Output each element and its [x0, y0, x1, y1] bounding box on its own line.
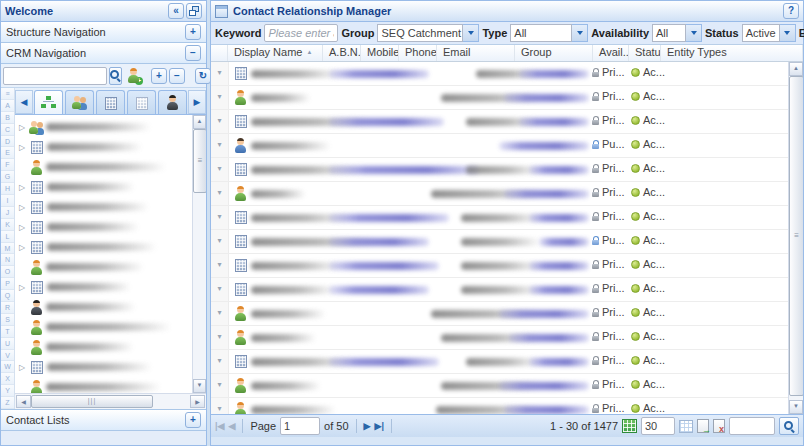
- export-table-icon[interactable]: [622, 419, 637, 433]
- row-expander-icon[interactable]: ▾: [211, 182, 229, 205]
- alphabet-letter[interactable]: T: [1, 326, 14, 338]
- tree-item[interactable]: ▷: [15, 197, 206, 217]
- page-size-input[interactable]: [641, 417, 675, 435]
- row-expander-icon[interactable]: ▾: [211, 62, 229, 85]
- column-header-group[interactable]: Group: [515, 45, 593, 61]
- tab-hierarchy[interactable]: [34, 90, 63, 114]
- contact-lists-header[interactable]: Contact Lists +: [1, 409, 206, 431]
- group-select[interactable]: SEQ Catchment: [377, 24, 479, 42]
- column-header-abn[interactable]: A.B.N.: [323, 45, 361, 61]
- tree-expander-icon[interactable]: ▷: [17, 183, 27, 192]
- restore-window-button[interactable]: [186, 3, 202, 19]
- alphabet-letter[interactable]: G: [1, 171, 14, 183]
- tree-expander-icon[interactable]: ▷: [17, 203, 27, 212]
- row-expander-icon[interactable]: ▾: [211, 134, 229, 157]
- tree-expander-icon[interactable]: ▷: [17, 223, 27, 232]
- tree-item[interactable]: ▷: [15, 117, 206, 137]
- help-button[interactable]: ?: [783, 3, 799, 19]
- collapse-crm-button[interactable]: −: [185, 45, 201, 61]
- tree-expander-icon[interactable]: ▷: [17, 143, 27, 152]
- tree-expander-icon[interactable]: ▷: [17, 363, 27, 372]
- row-expander-icon[interactable]: ▾: [211, 398, 229, 414]
- row-expander-icon[interactable]: ▾: [211, 302, 229, 325]
- scroll-left-arrow[interactable]: ◀: [16, 395, 31, 408]
- alphabet-letter[interactable]: R: [1, 302, 14, 314]
- structure-navigation-header[interactable]: Structure Navigation +: [1, 22, 206, 43]
- row-expander-icon[interactable]: ▾: [211, 350, 229, 373]
- tab-sites[interactable]: [127, 90, 156, 114]
- table-row[interactable]: ▾Pu...Ac...: [211, 230, 789, 254]
- chevron-down-icon[interactable]: [686, 24, 702, 42]
- column-header-mobile[interactable]: Mobile: [361, 45, 399, 61]
- excel-export-icon[interactable]: [713, 419, 725, 433]
- row-expander-icon[interactable]: ▾: [211, 230, 229, 253]
- alphabet-letter[interactable]: C: [1, 124, 14, 136]
- expand-all-button[interactable]: +: [151, 68, 167, 84]
- alphabet-letter[interactable]: L: [1, 231, 14, 243]
- table-row[interactable]: ▾Pri...Ac...: [211, 86, 789, 110]
- tree-expander-icon[interactable]: ▷: [17, 243, 27, 252]
- expand-structure-button[interactable]: +: [185, 24, 201, 40]
- tab-scroll-left-button[interactable]: ◀: [15, 90, 33, 114]
- scrollbar-thumb[interactable]: [193, 129, 206, 193]
- tree-item[interactable]: ▷: [15, 217, 206, 237]
- tree-search-input[interactable]: [3, 67, 107, 85]
- tree-search-button[interactable]: [109, 67, 122, 85]
- alphabet-letter[interactable]: S: [1, 314, 14, 326]
- table-row[interactable]: ▾Pri...Ac...: [211, 278, 789, 302]
- alphabet-letter[interactable]: N: [1, 254, 14, 266]
- column-header-availability[interactable]: Avail...: [593, 45, 629, 61]
- row-expander-icon[interactable]: ▾: [211, 86, 229, 109]
- table-row[interactable]: ▾Pri...Ac...: [211, 302, 789, 326]
- table-row[interactable]: ▾Pri...Ac...: [211, 62, 789, 86]
- scrollbar-thumb[interactable]: [789, 76, 803, 396]
- table-row[interactable]: ▾Pri...Ac...: [211, 110, 789, 134]
- next-page-button[interactable]: ▶: [364, 421, 371, 431]
- quick-search-button[interactable]: [779, 417, 799, 435]
- scroll-right-arrow[interactable]: ▶: [190, 395, 205, 408]
- column-header-status[interactable]: Status: [629, 45, 661, 61]
- column-header-display-name[interactable]: Display Name▲: [228, 45, 323, 61]
- alphabet-letter[interactable]: K: [1, 219, 14, 231]
- availability-select[interactable]: All: [652, 24, 702, 42]
- tree-item[interactable]: [15, 337, 206, 357]
- alphabet-letter[interactable]: A: [1, 100, 14, 112]
- column-header-entity-types[interactable]: Entity Types: [661, 45, 803, 61]
- alphabet-letter[interactable]: W: [1, 361, 14, 373]
- table-row[interactable]: ▾Pri...Ac...: [211, 374, 789, 398]
- tree-item[interactable]: ▷: [15, 357, 206, 377]
- tree-expander-icon[interactable]: ▷: [17, 283, 27, 292]
- tree-item[interactable]: [15, 257, 206, 277]
- tab-contacts[interactable]: [65, 90, 94, 114]
- tree-item[interactable]: ▷: [15, 237, 206, 257]
- alphabet-letter[interactable]: Q: [1, 290, 14, 302]
- table-vertical-scrollbar[interactable]: ▲ ▼: [788, 62, 803, 414]
- tree-item[interactable]: ▷: [15, 177, 206, 197]
- alphabet-letter[interactable]: O: [1, 266, 14, 278]
- alphabet-letter[interactable]: I: [1, 195, 14, 207]
- collapse-panel-button[interactable]: «: [168, 3, 184, 19]
- tree-expander-icon[interactable]: ▷: [17, 123, 27, 132]
- row-expander-icon[interactable]: ▾: [211, 278, 229, 301]
- scroll-down-arrow[interactable]: ▼: [789, 400, 803, 414]
- table-row[interactable]: ▾Pri...Ac...: [211, 326, 789, 350]
- table-row[interactable]: ▾Pri...Ac...: [211, 350, 789, 374]
- tree-item[interactable]: [15, 297, 206, 317]
- first-page-button[interactable]: |◀: [215, 421, 224, 431]
- scroll-up-arrow[interactable]: ▲: [789, 62, 803, 76]
- tree-horizontal-scrollbar[interactable]: ◀ ||| ▶: [15, 393, 206, 409]
- scrollbar-thumb[interactable]: |||: [31, 395, 153, 408]
- chevron-down-icon[interactable]: [780, 24, 796, 42]
- tree-item[interactable]: [15, 157, 206, 177]
- alphabet-letter[interactable]: F: [1, 159, 14, 171]
- add-contact-icon[interactable]: +: [126, 68, 141, 83]
- alphabet-letter[interactable]: E: [1, 147, 14, 159]
- chevron-down-icon[interactable]: [572, 24, 588, 42]
- type-select[interactable]: All: [510, 24, 588, 42]
- alphabet-letter[interactable]: P: [1, 278, 14, 290]
- crm-navigation-header[interactable]: CRM Navigation −: [1, 43, 206, 64]
- alphabet-letter[interactable]: X: [1, 373, 14, 385]
- column-header-phone[interactable]: Phone: [399, 45, 437, 61]
- tree-item[interactable]: [15, 317, 206, 337]
- previous-page-button[interactable]: ◀: [228, 421, 235, 431]
